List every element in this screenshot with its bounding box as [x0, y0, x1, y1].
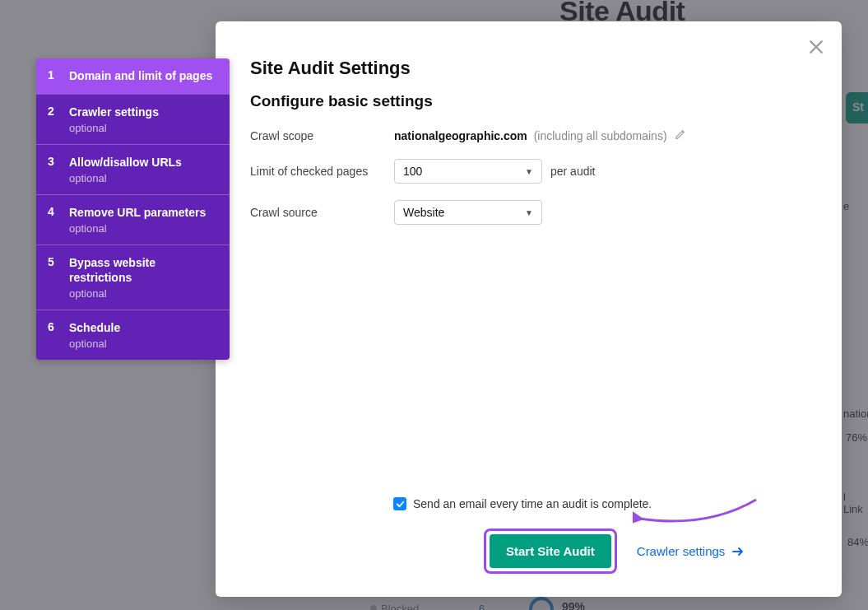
crawl-source-label: Crawl source	[250, 206, 394, 219]
step-label: Schedule	[69, 320, 218, 336]
step-number: 2	[48, 105, 69, 134]
crawl-source-row: Crawl source Website ▼	[250, 200, 807, 225]
crawler-settings-text: Crawler settings	[637, 544, 726, 558]
modal-subtitle: Configure basic settings	[250, 92, 807, 110]
step-optional: optional	[69, 172, 218, 184]
crawler-settings-link[interactable]: Crawler settings	[637, 544, 745, 558]
arrow-right-icon	[731, 545, 745, 558]
step-schedule[interactable]: 6 Schedule optional	[36, 310, 230, 360]
start-audit-highlight: Start Site Audit	[484, 529, 617, 574]
close-icon[interactable]	[809, 40, 824, 54]
step-label: Remove URL parameters	[69, 205, 218, 221]
step-label: Allow/disallow URLs	[69, 155, 218, 170]
chevron-down-icon: ▼	[525, 167, 533, 176]
step-bypass-restrictions[interactable]: 5 Bypass website restrictions optional	[36, 244, 230, 310]
email-notify-label: Send an email every time an audit is com…	[413, 497, 652, 510]
crawl-scope-domain: nationalgeographic.com	[394, 129, 527, 142]
limit-pages-label: Limit of checked pages	[250, 165, 394, 178]
step-label: Domain and limit of pages	[69, 68, 218, 84]
step-crawler-settings[interactable]: 2 Crawler settings optional	[36, 94, 230, 144]
crawl-source-select[interactable]: Website ▼	[394, 200, 542, 225]
crawl-scope-label: Crawl scope	[250, 129, 394, 142]
step-optional: optional	[69, 222, 218, 235]
step-domain-limit[interactable]: 1 Domain and limit of pages	[36, 58, 230, 94]
arrow-annotation-icon	[633, 496, 764, 537]
step-label: Crawler settings	[69, 105, 218, 120]
step-remove-url-params[interactable]: 4 Remove URL parameters optional	[36, 194, 230, 244]
step-number: 6	[48, 320, 69, 350]
step-number: 5	[48, 255, 69, 300]
step-optional: optional	[69, 122, 218, 134]
modal-footer: Send an email every time an audit is com…	[250, 497, 807, 574]
step-number: 3	[48, 155, 69, 184]
pencil-icon[interactable]	[675, 128, 686, 140]
limit-pages-value: 100	[403, 165, 422, 178]
site-audit-settings-modal: Site Audit Settings Configure basic sett…	[216, 21, 842, 597]
settings-step-sidebar: 1 Domain and limit of pages 2 Crawler se…	[36, 58, 230, 360]
crawl-scope-note: (including all subdomains)	[534, 129, 667, 142]
email-notify-checkbox[interactable]	[393, 497, 406, 510]
step-allow-disallow-urls[interactable]: 3 Allow/disallow URLs optional	[36, 144, 230, 194]
step-number: 4	[48, 205, 69, 235]
start-site-audit-button[interactable]: Start Site Audit	[490, 534, 611, 568]
limit-pages-row: Limit of checked pages 100 ▼ per audit	[250, 159, 807, 184]
step-label: Bypass website restrictions	[69, 255, 218, 286]
step-number: 1	[48, 68, 69, 84]
crawl-source-value: Website	[403, 206, 444, 219]
limit-pages-select[interactable]: 100 ▼	[394, 159, 542, 184]
step-optional: optional	[69, 287, 218, 300]
crawl-scope-row: Crawl scope nationalgeographic.com (incl…	[250, 128, 807, 142]
chevron-down-icon: ▼	[525, 208, 533, 217]
limit-pages-suffix: per audit	[550, 165, 595, 178]
modal-title: Site Audit Settings	[250, 58, 807, 79]
step-optional: optional	[69, 338, 218, 350]
